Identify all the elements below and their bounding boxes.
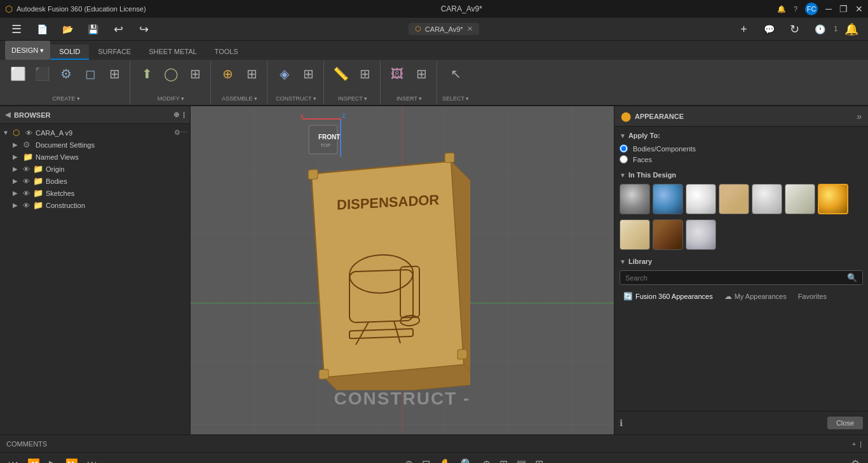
chat-button[interactable]: 💬 xyxy=(757,18,780,41)
viewcube[interactable]: Z X FRONT TOP xyxy=(296,113,347,163)
user-avatar[interactable]: FC xyxy=(805,3,818,15)
tree-item-bodies[interactable]: ▶ 👁 📁 Bodies xyxy=(0,175,190,187)
search-input[interactable] xyxy=(625,274,843,282)
settings-button[interactable]: ⚙ xyxy=(848,456,863,463)
tab-my-appearances[interactable]: ☁ My Appearances xyxy=(721,290,790,303)
modify-fillet-button[interactable]: ◯ xyxy=(159,62,182,85)
construct-plane-button[interactable]: ◈ xyxy=(273,62,295,85)
in-this-design-header[interactable]: ▼ In This Design xyxy=(620,171,863,179)
swatch-wood-dark[interactable] xyxy=(653,219,683,250)
swatch-fabric[interactable] xyxy=(686,219,716,250)
display-settings-button[interactable]: ⊞ xyxy=(532,456,546,463)
tree-eye-root[interactable]: 👁 xyxy=(25,129,36,137)
home-view-button[interactable]: ⊕ xyxy=(402,456,416,463)
apply-to-header[interactable]: ▼ Apply To: xyxy=(620,132,863,139)
modify-press-pull-button[interactable]: ⬆ xyxy=(135,62,158,85)
tab-fusion-appearances[interactable]: 🔄 Fusion 360 Appearances xyxy=(620,290,717,303)
swatch-wood-light[interactable] xyxy=(719,184,749,214)
tree-item-doc-settings[interactable]: ▶ ⚙ Document Settings xyxy=(0,139,190,151)
select-group-label[interactable]: SELECT ▾ xyxy=(442,95,469,103)
inspect-more-button[interactable]: ⊞ xyxy=(353,62,376,85)
viewport[interactable]: DISPENSADOR xyxy=(191,106,614,434)
playback-start-button[interactable]: ⏮ xyxy=(5,457,22,464)
swatch-metal-light[interactable] xyxy=(785,184,815,214)
inspect-group-label[interactable]: INSPECT ▾ xyxy=(338,95,367,103)
tab-surface[interactable]: SURFACE xyxy=(89,45,140,60)
create-shell-button[interactable]: ◻ xyxy=(79,62,102,85)
browser-collapse-icon[interactable]: ◀ xyxy=(5,111,10,119)
construct-more-button[interactable]: ⊞ xyxy=(297,62,320,85)
view-cube-button[interactable]: ▤ xyxy=(513,456,529,463)
assemble-joint-button[interactable]: ⊕ xyxy=(216,62,239,85)
redo-button[interactable]: ↪ xyxy=(132,18,155,41)
tab-solid[interactable]: SOLID xyxy=(50,45,89,60)
create-more-button[interactable]: ⊞ xyxy=(103,62,126,85)
playback-end-button[interactable]: ⏭ xyxy=(84,457,100,464)
open-button[interactable]: 📂 xyxy=(56,18,79,41)
close-button[interactable]: ✕ xyxy=(855,4,863,14)
menu-button[interactable]: ☰ xyxy=(5,18,28,41)
tree-eye-origin[interactable]: 👁 xyxy=(23,165,33,173)
radio-bodies[interactable] xyxy=(620,144,628,153)
swatch-white-smooth[interactable] xyxy=(752,184,782,214)
design-dropdown[interactable]: DESIGN ▾ xyxy=(5,41,50,60)
close-button[interactable]: Close xyxy=(827,417,863,429)
create-group-label[interactable]: CREATE ▾ xyxy=(52,95,79,103)
tree-item-root[interactable]: ▼ ⬡ 👁 CARA_A v9 ⚙ ⋯ xyxy=(0,127,190,139)
tree-item-construction[interactable]: ▶ 👁 📁 Construction xyxy=(0,199,190,211)
swatch-gold[interactable] xyxy=(818,184,848,214)
assemble-group-label[interactable]: ASSEMBLE ▾ xyxy=(222,95,257,103)
clock-button[interactable]: 🕐 xyxy=(808,18,831,41)
notification-bell[interactable]: 🔔 xyxy=(840,18,863,41)
insert-group-label[interactable]: INSERT ▾ xyxy=(397,95,422,103)
save-button[interactable]: 💾 xyxy=(81,18,104,41)
notification-icon[interactable]: 🔔 xyxy=(777,5,786,13)
assemble-more-button[interactable]: ⊞ xyxy=(240,62,263,85)
tab-sheet-metal[interactable]: SHEET METAL xyxy=(140,45,205,60)
tree-eye-construction[interactable]: 👁 xyxy=(23,202,33,209)
undo-button[interactable]: ↩ xyxy=(107,18,130,41)
tab-tools[interactable]: TOOLS xyxy=(206,45,247,60)
tree-item-sketches[interactable]: ▶ 👁 📁 Sketches xyxy=(0,187,190,199)
insert-mesh-button[interactable]: 🖼 xyxy=(386,62,409,85)
modify-group-label[interactable]: MODIFY ▾ xyxy=(158,95,184,103)
minimize-button[interactable]: ─ xyxy=(825,4,832,14)
create-revolve-button[interactable]: ⚙ xyxy=(55,62,78,85)
grid-display-button[interactable]: ⊞ xyxy=(496,456,511,463)
library-header[interactable]: ▼ Library xyxy=(620,258,863,265)
create-box-button[interactable]: ⬜ xyxy=(6,62,29,85)
new-tab-button[interactable]: + xyxy=(732,18,755,41)
select-button[interactable]: ↖ xyxy=(444,62,467,85)
tree-eye-bodies[interactable]: 👁 xyxy=(23,177,33,185)
new-button[interactable]: 📄 xyxy=(31,18,53,41)
playback-prev-button[interactable]: ⏪ xyxy=(24,456,43,463)
panel-expand-icon[interactable]: » xyxy=(857,111,862,121)
pan-button[interactable]: ✋ xyxy=(436,456,455,463)
tree-more-root[interactable]: ⋯ xyxy=(180,128,187,137)
tree-extra-root[interactable]: ⚙ xyxy=(174,128,180,137)
swatch-steel[interactable] xyxy=(620,184,650,214)
browser-expand-icon[interactable]: ⊕ xyxy=(173,111,179,119)
maximize-button[interactable]: ❐ xyxy=(839,4,848,14)
insert-more-button[interactable]: ⊞ xyxy=(410,62,433,85)
tree-item-origin[interactable]: ▶ 👁 📁 Origin xyxy=(0,163,190,175)
construct-group-label[interactable]: CONSTRUCT ▾ xyxy=(276,95,316,103)
sync-button[interactable]: ↻ xyxy=(783,18,806,41)
swatch-white-glass[interactable] xyxy=(686,184,716,214)
tree-eye-sketches[interactable]: 👁 xyxy=(23,190,33,197)
swatch-cream[interactable] xyxy=(620,219,650,250)
tree-item-named-views[interactable]: ▶ 📁 Named Views xyxy=(0,151,190,163)
playback-next-button[interactable]: ⏩ xyxy=(62,456,81,463)
playback-play-button[interactable]: ▶ xyxy=(46,456,60,463)
fit-view-button[interactable]: ⊡ xyxy=(419,456,433,463)
inspect-measure-button[interactable]: 📏 xyxy=(329,62,352,85)
help-icon[interactable]: ? xyxy=(794,5,797,13)
zoom-button[interactable]: 🔍 xyxy=(458,456,477,463)
modify-more-button[interactable]: ⊞ xyxy=(184,62,207,85)
create-extrude-button[interactable]: ⬛ xyxy=(31,62,53,85)
radio-faces[interactable] xyxy=(620,155,628,163)
info-icon[interactable]: ℹ xyxy=(620,418,623,428)
file-tab-close[interactable]: ✕ xyxy=(467,25,473,33)
tab-favorites[interactable]: Favorites xyxy=(794,291,831,302)
zoom-window-button[interactable]: ⊕ xyxy=(479,456,494,463)
